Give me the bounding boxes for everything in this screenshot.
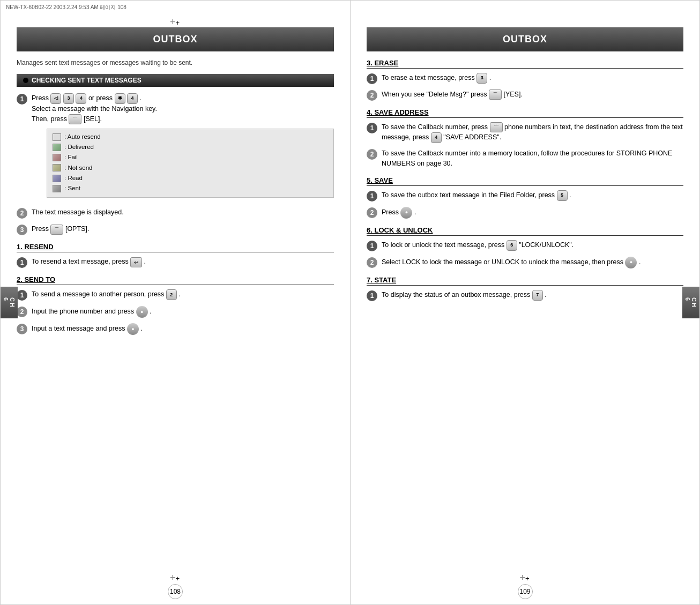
step-resend-content-1: To resend a text message, press ↩ . — [32, 257, 334, 267]
saveaddr-section-title: 4. SAVE ADDRESS — [367, 108, 683, 118]
status-delivered: : Delivered — [53, 143, 328, 152]
step-lock-content-2: Select LOCK to lock the message or UNLOC… — [382, 257, 683, 268]
status-sent-label: : Sent — [64, 184, 80, 193]
sendto-ok-icon: ● — [136, 306, 148, 318]
status-fail: : Fail — [53, 153, 328, 162]
step-save-1: 1 To save the outbox text message in the… — [367, 190, 683, 201]
step-saveaddr-content-1: To save the Callback number, press ⌒ pho… — [382, 122, 683, 143]
step-sendto-content-3: Input a text message and press ● . — [32, 323, 334, 335]
step-sendto-3: 3 Input a text message and press ● . — [17, 323, 334, 335]
saveaddr-4-icon: 4 — [431, 132, 442, 143]
status-read: : Read — [53, 174, 328, 183]
step-saveaddr-num-2: 2 — [367, 149, 377, 160]
crosshair-top: + — [170, 17, 181, 27]
step-content-3: Press ⌒ [OPTS]. — [32, 224, 334, 234]
step-erase-2: 2 When you see "Delete Msg?" press ⌒ [YE… — [367, 89, 683, 101]
step-saveaddr-2: 2 To save the Callback number into a mem… — [367, 148, 683, 169]
save-5-icon: 5 — [557, 190, 568, 201]
status-delivered-label: : Delivered — [64, 143, 94, 152]
step-lock-content-1: To lock or unlock the text message, pres… — [382, 240, 683, 251]
ch-label-left: CH6 — [1, 287, 18, 319]
status-auto-label: : Auto resend — [64, 132, 101, 141]
checking-section-header: CHECKING SENT TEXT MESSAGES — [17, 74, 334, 87]
step-erase-content-2: When you see "Delete Msg?" press ⌒ [YES]… — [382, 89, 683, 100]
step-save-num-1: 1 — [367, 191, 377, 201]
right-page-title: OUTBOX — [367, 27, 683, 51]
step-state-1: 1 To display the status of an outbox mes… — [367, 290, 683, 301]
step-resend-num-1: 1 — [17, 257, 27, 268]
lock-ok-icon: ● — [625, 257, 637, 268]
doc-header: NEW-TX-60B02-22 2003.2.24 9:53 AM 페이지 10… — [6, 4, 126, 11]
step-erase-content-1: To erase a text message, press 3 . — [382, 73, 683, 84]
lock-6-icon: 6 — [507, 240, 517, 251]
left-page: NEW-TX-60B02-22 2003.2.24 9:53 AM 페이지 10… — [0, 0, 350, 605]
state-section-title: 7. STATE — [367, 276, 683, 286]
page-number-left: 108 — [168, 584, 183, 599]
step-sendto-num-3: 3 — [17, 324, 27, 334]
notsend-icon — [53, 164, 61, 171]
delivered-icon — [53, 144, 61, 151]
step-state-content-1: To display the status of an outbox messa… — [382, 290, 683, 301]
status-auto: : Auto resend — [53, 132, 328, 141]
step-save-content-2: Press ● . — [382, 207, 683, 219]
press-label: Press — [32, 94, 50, 102]
erase-key-icon: 3 — [476, 73, 487, 84]
erase-section-title: 3. ERASE — [367, 59, 683, 69]
left-page-title: OUTBOX — [17, 27, 334, 51]
auto-icon — [53, 133, 61, 141]
crosshair-bottom-right: + — [520, 572, 531, 583]
right-page: OUTBOX 3. ERASE 1 To erase a text messag… — [350, 0, 700, 605]
step-saveaddr-content-2: To save the Callback number into a memor… — [382, 148, 683, 169]
step-save-2: 2 Press ● . — [367, 207, 683, 219]
step-checking-3: 3 Press ⌒ [OPTS]. — [17, 224, 334, 235]
resend-section-title: 1. RESEND — [17, 243, 334, 252]
erase-yes-icon: ⌒ — [489, 89, 502, 100]
step-sendto-content-1: To send a message to another person, pre… — [32, 289, 334, 300]
saveaddr-key-icon: ⌒ — [490, 122, 503, 132]
step-sendto-1: 1 To send a message to another person, p… — [17, 289, 334, 301]
step-content-2: The text message is displayed. — [32, 207, 334, 218]
ch-label-right: CH6 — [682, 287, 699, 319]
step-saveaddr-num-1: 1 — [367, 123, 377, 133]
step-lock-2: 2 Select LOCK to lock the message or UNL… — [367, 257, 683, 268]
step-sendto-num-1: 1 — [17, 290, 27, 301]
step-erase-num-1: 1 — [367, 73, 377, 84]
step-sendto-2: 2 Input the phone number and press ● . — [17, 306, 334, 318]
left-subtitle: Manages sent text messages or messages w… — [17, 59, 334, 66]
checking-section-label: CHECKING SENT TEXT MESSAGES — [32, 77, 142, 84]
sendto-2-key-icon: 2 — [166, 289, 177, 300]
step-lock-1: 1 To lock or unlock the text message, pr… — [367, 240, 683, 251]
step-saveaddr-1: 1 To save the Callback number, press ⌒ p… — [367, 122, 683, 143]
key-4-icon: 4 — [76, 93, 86, 104]
lock-section-title: 6. LOCK & UNLOCK — [367, 226, 683, 236]
step-sendto-content-2: Input the phone number and press ● . — [32, 306, 334, 318]
key-3-icon: 3 — [63, 93, 74, 104]
status-legend-box: : Auto resend : Delivered : Fail : Not s… — [47, 129, 334, 198]
sendto-section-title: 2. SEND TO — [17, 275, 334, 285]
save-section-title: 5. SAVE — [367, 176, 683, 186]
step-checking-2: 2 The text message is displayed. — [17, 207, 334, 219]
step2-text: The text message is displayed. — [32, 208, 124, 216]
step-checking-1: 1 Press ◁ 3 4 or press ✱ 4 . Select a me… — [17, 93, 334, 202]
key-star-icon: ✱ — [115, 93, 125, 104]
press-save-label: Press — [382, 208, 400, 216]
step-num-1: 1 — [17, 94, 27, 104]
step-num-2: 2 — [17, 208, 27, 219]
page-number-right: 109 — [518, 584, 533, 599]
step-save-content-1: To save the outbox text message in the F… — [382, 190, 683, 201]
status-fail-label: : Fail — [64, 153, 78, 162]
step-lock-num-1: 1 — [367, 241, 377, 251]
status-notsend: : Not send — [53, 163, 328, 173]
step-erase-1: 1 To erase a text message, press 3 . — [367, 73, 683, 84]
save-ok-icon: ● — [400, 207, 412, 219]
sendto-ok2-icon: ● — [127, 323, 139, 335]
step-erase-num-2: 2 — [367, 90, 377, 101]
press-label-3: Press — [32, 225, 50, 233]
resend-key-icon: ↩ — [130, 257, 142, 267]
manual-page: NEW-TX-60B02-22 2003.2.24 9:53 AM 페이지 10… — [0, 0, 700, 605]
step-save-num-2: 2 — [367, 207, 377, 218]
sel-key-icon: ⌒ — [69, 114, 81, 124]
status-sent: : Sent — [53, 184, 328, 193]
key-4b-icon: 4 — [127, 93, 138, 104]
step-content-1: Press ◁ 3 4 or press ✱ 4 . Select a mess… — [32, 93, 334, 202]
